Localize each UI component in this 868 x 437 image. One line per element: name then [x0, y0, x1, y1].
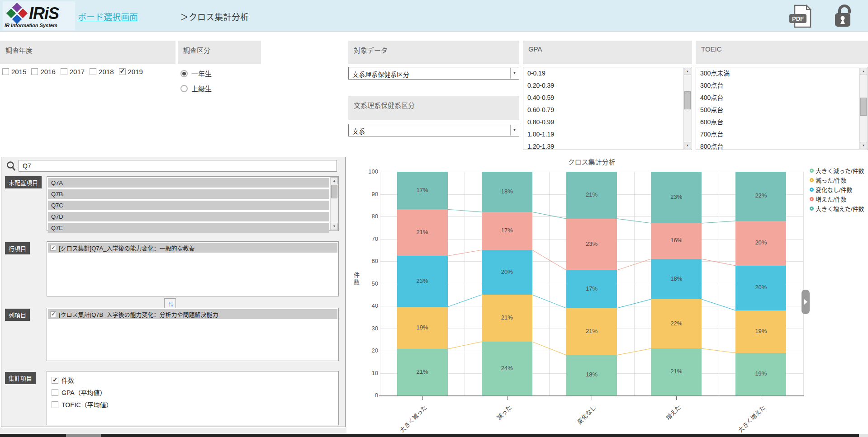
unassigned-item[interactable]: Q7E: [48, 223, 329, 233]
row-item[interactable]: [クロス集計]Q7A_入学後の能力変化：一般的な教養: [48, 243, 337, 253]
legend-item[interactable]: 大きく増えた/件数: [810, 204, 864, 213]
bar-segment[interactable]: [397, 209, 448, 256]
legend-item[interactable]: 変化なし/件数: [810, 185, 864, 194]
toeic-option[interactable]: 600点台: [696, 116, 868, 128]
unassigned-item[interactable]: Q7D: [48, 212, 329, 221]
bar-segment[interactable]: [735, 353, 786, 395]
bar-segment[interactable]: [651, 348, 702, 395]
bar-segment[interactable]: [735, 221, 786, 266]
bar-segment[interactable]: [566, 219, 617, 270]
bar-segment[interactable]: [482, 172, 532, 212]
search-input[interactable]: [19, 160, 337, 172]
year-checkbox[interactable]: [2, 68, 9, 75]
gpa-option[interactable]: 1.20-1.39: [523, 141, 692, 150]
unassigned-item[interactable]: Q7C: [48, 201, 329, 210]
toeic-option[interactable]: 800点台: [696, 141, 868, 150]
bar-segment[interactable]: [482, 212, 532, 250]
bar-segment[interactable]: [566, 355, 617, 395]
measure-checkbox[interactable]: [52, 377, 58, 384]
bar-segment[interactable]: [651, 299, 702, 348]
gpa-option[interactable]: 1.00-1.19: [523, 128, 692, 141]
bar-segment[interactable]: [482, 342, 532, 395]
bar-segment[interactable]: [397, 349, 448, 395]
survey-kind-radio[interactable]: [180, 85, 188, 92]
unlock-icon-button[interactable]: [831, 4, 856, 28]
horizontal-scrollbar[interactable]: [0, 434, 868, 437]
board-select-link[interactable]: ボード選択画面: [78, 10, 138, 23]
survey-year-options: 20152016201720182019: [2, 68, 143, 75]
year-checkbox[interactable]: [119, 68, 126, 75]
horizontal-scrollbar-thumb[interactable]: [66, 434, 101, 437]
bar-segment[interactable]: [482, 295, 532, 342]
survey-kind-option[interactable]: 一年生: [180, 69, 212, 78]
y-tick-label: 70: [363, 235, 378, 242]
bar-segment[interactable]: [566, 270, 617, 308]
bar-segment[interactable]: [651, 223, 702, 259]
bar-segment[interactable]: [566, 172, 617, 219]
unassigned-scroll-thumb[interactable]: [331, 185, 337, 198]
gpa-option[interactable]: 0.40-0.59: [523, 92, 692, 104]
gpa-scrollbar[interactable]: ▲▼: [683, 68, 691, 149]
chevron-down-icon[interactable]: ▼: [510, 68, 518, 79]
survey-year-option[interactable]: 2018: [90, 68, 114, 75]
survey-year-option[interactable]: 2017: [61, 68, 85, 75]
row-item-checkbox[interactable]: [50, 245, 56, 251]
scroll-down-icon[interactable]: ▼: [684, 142, 691, 149]
measure-checkbox[interactable]: [52, 401, 58, 408]
column-item-checkbox[interactable]: [50, 311, 56, 317]
bar-segment[interactable]: [735, 172, 786, 221]
field-category-dropdown[interactable]: 文系 ▼: [348, 124, 519, 136]
survey-year-option[interactable]: 2019: [119, 68, 143, 75]
toeic-option[interactable]: 700点台: [696, 128, 868, 141]
scroll-up-icon[interactable]: ▲: [331, 177, 338, 184]
toeic-option[interactable]: 300点未満: [696, 67, 868, 80]
survey-kind-radio[interactable]: [180, 70, 188, 77]
measures-label: 集計項目: [5, 372, 36, 384]
legend-item[interactable]: 増えた/件数: [810, 194, 864, 204]
bar-segment[interactable]: [566, 308, 617, 355]
bar-segment[interactable]: [397, 307, 448, 349]
chevron-down-icon[interactable]: ▼: [510, 125, 518, 136]
toeic-scrollbar[interactable]: ▲▼: [859, 68, 867, 149]
year-checkbox[interactable]: [31, 68, 38, 75]
unassigned-item[interactable]: Q7B: [48, 189, 329, 199]
scroll-up-icon[interactable]: ▲: [860, 68, 867, 75]
gpa-option[interactable]: 0.20-0.39: [523, 80, 692, 92]
scroll-down-icon[interactable]: ▼: [860, 142, 867, 149]
unassigned-item[interactable]: Q7A: [48, 178, 329, 188]
pdf-export-button[interactable]: PDF: [788, 4, 813, 28]
bar-segment[interactable]: [397, 256, 448, 307]
toeic-option[interactable]: 300点台: [696, 80, 868, 92]
bar-segment[interactable]: [735, 266, 786, 310]
legend-item[interactable]: 減った/件数: [810, 175, 864, 185]
gpa-option[interactable]: 0-0.19: [523, 67, 692, 80]
bar-segment[interactable]: [651, 259, 702, 299]
bar-segment[interactable]: [397, 172, 448, 209]
survey-year-option[interactable]: 2015: [2, 68, 26, 75]
gpa-option[interactable]: 0.80-0.99: [523, 116, 692, 128]
year-checkbox[interactable]: [61, 68, 67, 75]
bar-segment[interactable]: [651, 172, 702, 223]
unassigned-scrollbar[interactable]: ▲▼: [330, 177, 338, 230]
gpa-scroll-thumb[interactable]: [684, 91, 691, 109]
measure-option[interactable]: 件数: [52, 376, 74, 385]
legend-item[interactable]: 大きく減った/件数: [810, 166, 864, 175]
column-item[interactable]: [クロス集計]Q7B_入学後の能力変化：分析力や問題解決能力: [48, 309, 337, 319]
measure-option[interactable]: GPA（平均値）: [52, 388, 106, 397]
collapse-panel-handle[interactable]: [802, 290, 810, 314]
target-data-dropdown[interactable]: 文系理系保健系区分 ▼: [348, 67, 519, 80]
scroll-up-icon[interactable]: ▲: [684, 68, 691, 75]
chart-legend: 大きく減った/件数減った/件数変化なし/件数増えた/件数大きく増えた/件数: [810, 166, 864, 213]
survey-kind-option[interactable]: 上級生: [180, 84, 212, 93]
toeic-option[interactable]: 400点台: [696, 92, 868, 104]
toeic-scroll-thumb[interactable]: [860, 98, 867, 116]
scroll-down-icon[interactable]: ▼: [331, 223, 338, 230]
survey-year-option[interactable]: 2016: [31, 68, 55, 75]
measure-option[interactable]: TOEIC（平均値）: [52, 400, 113, 409]
bar-segment[interactable]: [735, 310, 786, 353]
gpa-option[interactable]: 0.60-0.79: [523, 104, 692, 116]
toeic-option[interactable]: 500点台: [696, 104, 868, 116]
bar-segment[interactable]: [482, 250, 532, 295]
measure-checkbox[interactable]: [52, 389, 58, 396]
year-checkbox[interactable]: [90, 68, 96, 75]
